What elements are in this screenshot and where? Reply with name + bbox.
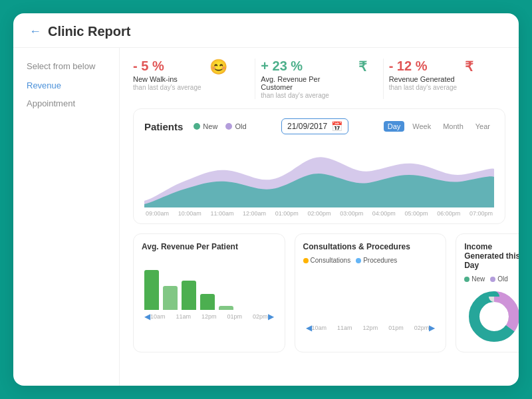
dot-income-old: [490, 277, 495, 282]
header: ← Clinic Report: [13, 13, 519, 48]
stat-label-revgen: Revenue Generated: [389, 75, 458, 83]
time-09: 09:00am: [146, 210, 169, 217]
label-income-new: New: [471, 275, 485, 283]
main-content: - 5 % New Walk-ins than last day's avera…: [120, 48, 519, 386]
consult-axis-labels: 10am 11am 12pm 01pm 02pm: [312, 325, 430, 331]
time-18: 06:00pm: [437, 210, 460, 217]
stat-avg-revenue: + 23 % Avg. Revenue Per Customer than la…: [261, 59, 377, 99]
time-12: 12:00am: [243, 210, 266, 217]
sidebar-prompt: Select from below: [27, 61, 106, 71]
stat-sub-revgen: than last day's average: [389, 84, 458, 91]
filter-year[interactable]: Year: [471, 121, 494, 132]
time-17: 05:00pm: [405, 210, 428, 217]
filter-week[interactable]: Week: [408, 121, 435, 132]
legend-label-new: New: [203, 122, 217, 130]
main-card: ← Clinic Report Select from below Revenu…: [13, 13, 519, 386]
bar-avg-3: [200, 294, 215, 310]
legend-dot-new: [194, 123, 200, 130]
time-16: 04:00pm: [372, 210, 396, 217]
sidebar: Select from below Revenue Appointment: [13, 48, 120, 386]
back-button[interactable]: ←: [29, 25, 41, 39]
time-11: 11:00am: [210, 210, 233, 217]
stats-row: - 5 % New Walk-ins than last day's avera…: [133, 59, 505, 99]
income-title: Income Generated this Day: [464, 242, 519, 270]
stat-value-avg: + 23 %: [261, 59, 350, 74]
label-consultations: Consultations: [311, 257, 351, 264]
avg-label-3: 01pm: [227, 313, 243, 320]
next-arrow-consult[interactable]: ▶: [429, 323, 435, 332]
patients-legend: New Old: [194, 122, 246, 130]
bar-avg-4: [219, 306, 233, 310]
avg-axis-labels: 10am 11am 12pm 01pm 02pm: [150, 313, 268, 320]
avg-label-2: 12pm: [201, 313, 217, 320]
legend-new: New: [194, 122, 217, 130]
label-procedures: Procedures: [363, 257, 397, 264]
prev-arrow-avg[interactable]: ◀: [144, 312, 150, 321]
avg-revenue-chart: Avg. Revenue Per Patient ◀ 10am 11am: [133, 233, 285, 352]
filter-day[interactable]: Day: [384, 121, 405, 132]
rev-gen-icon: ₹: [465, 59, 473, 74]
avg-revenue-icon: ₹: [358, 59, 367, 74]
time-14: 02:00pm: [307, 210, 331, 217]
patients-section: Patients New Old: [133, 108, 505, 224]
time-filters: Day Week Month Year: [384, 121, 494, 132]
stat-sub-walkins: than last day's average: [133, 84, 201, 91]
time-axis: 09:00am 10:00am 11:00am 12:00am 01:00pm …: [144, 210, 494, 217]
legend-label-old: Old: [235, 122, 246, 130]
consultations-title: Consultations & Procedures: [303, 242, 438, 251]
avg-revenue-bars: [142, 257, 277, 310]
consultations-bars: [303, 268, 438, 321]
patients-header: Patients New Old: [144, 118, 494, 134]
legend-income-old: Old: [490, 275, 508, 283]
next-arrow-avg[interactable]: ▶: [268, 312, 274, 321]
time-10: 10:00am: [178, 210, 201, 217]
bottom-row: Avg. Revenue Per Patient ◀ 10am 11am: [133, 233, 505, 352]
consult-label-3: 01pm: [388, 325, 404, 331]
donut-chart: [464, 287, 519, 346]
consultations-chart: Consultations & Procedures Consultations…: [295, 233, 447, 352]
stat-divider-2: [383, 59, 384, 99]
stat-sub-avg: than last day's average: [261, 92, 350, 99]
consultations-axis: ◀ 10am 11am 12pm 01pm 02pm ▶: [303, 323, 438, 332]
consultations-legend: Consultations Procedures: [303, 257, 438, 264]
bar-avg-0: [144, 270, 159, 310]
dot-consultations: [303, 258, 309, 263]
stat-label-avg: Avg. Revenue Per Customer: [261, 75, 350, 91]
legend-consultations: Consultations: [303, 257, 351, 264]
legend-dot-old: [225, 123, 232, 130]
date-picker[interactable]: 21/09/2017 📅: [281, 118, 348, 134]
consult-label-1: 11am: [337, 325, 352, 331]
page-title: Clinic Report: [48, 24, 130, 39]
sidebar-item-revenue[interactable]: Revenue: [27, 79, 106, 92]
bar-avg-2: [182, 281, 196, 310]
patients-title: Patients: [144, 121, 183, 132]
stat-revenue-gen: - 12 % Revenue Generated than last day's…: [389, 59, 505, 91]
bar-avg-1: [163, 286, 178, 310]
income-legend: New Old: [464, 275, 519, 283]
walkins-icon: 😊: [209, 59, 227, 76]
income-chart: Income Generated this Day New Old: [456, 233, 519, 352]
stat-value-revgen: - 12 %: [389, 59, 458, 74]
avg-label-0: 10am: [150, 313, 166, 320]
area-chart: [144, 141, 494, 207]
sidebar-item-appointment[interactable]: Appointment: [27, 97, 106, 110]
stat-divider-1: [255, 59, 255, 99]
stat-label-walkins: New Walk-ins: [133, 75, 201, 83]
legend-procedures: Procedures: [356, 257, 397, 264]
filter-month[interactable]: Month: [439, 121, 467, 132]
time-15: 03:00pm: [340, 210, 363, 217]
avg-revenue-axis: ◀ 10am 11am 12pm 01pm 02pm ▶: [142, 312, 277, 321]
time-19: 07:00pm: [469, 210, 493, 217]
avg-revenue-title: Avg. Revenue Per Patient: [142, 242, 277, 251]
dot-income-new: [464, 277, 469, 282]
prev-arrow-consult[interactable]: ◀: [306, 323, 312, 332]
legend-income-new: New: [464, 275, 485, 283]
dot-procedures: [356, 258, 361, 263]
area-chart-svg: [144, 141, 494, 207]
label-income-old: Old: [497, 275, 508, 283]
consult-label-2: 12pm: [363, 325, 378, 331]
consult-label-4: 02pm: [414, 325, 430, 331]
stat-new-walkins: - 5 % New Walk-ins than last day's avera…: [133, 59, 249, 91]
avg-label-1: 11am: [176, 313, 192, 320]
consult-label-0: 10am: [312, 325, 327, 331]
